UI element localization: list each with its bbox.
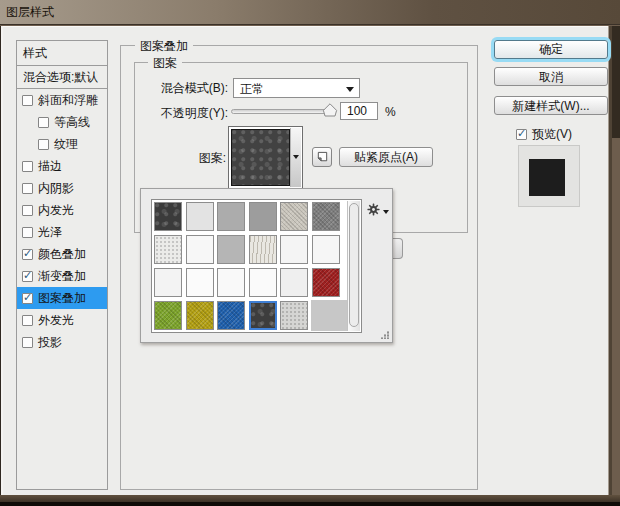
drop-shadow-checkbox[interactable] — [22, 337, 33, 348]
window-left-highlight — [1, 26, 3, 495]
checkmark-icon: ✓ — [517, 127, 526, 140]
window-bottom-edge — [0, 502, 620, 506]
ok-button[interactable]: 确定 — [494, 40, 608, 59]
popup-scrollbar-thumb[interactable] — [349, 203, 359, 327]
sidebar-item-outer-glow[interactable]: 外发光 — [17, 309, 107, 331]
inner-glow-checkbox[interactable] — [22, 205, 33, 216]
texture-checkbox[interactable] — [38, 139, 49, 150]
pattern-swatch[interactable] — [154, 235, 182, 264]
color-overlay-checkbox[interactable]: ✓ — [22, 249, 33, 260]
snap-to-origin-button[interactable]: 贴紧原点(A) — [339, 147, 433, 167]
pattern-swatch-selected[interactable] — [249, 301, 277, 330]
contour-checkbox[interactable] — [38, 117, 49, 128]
sidebar-item-satin[interactable]: 光泽 — [17, 221, 107, 243]
pattern-picker-arrow[interactable] — [290, 128, 301, 187]
titlebar[interactable]: 图层样式 — [0, 0, 620, 25]
pattern-swatch[interactable] — [217, 202, 245, 231]
gear-icon — [367, 203, 380, 216]
sidebar-item-drop-shadow[interactable]: 投影 — [17, 331, 107, 353]
pattern-swatch[interactable] — [217, 235, 245, 264]
sidebar-item-label: 样式 — [23, 45, 47, 62]
checkmark-icon: ✓ — [23, 247, 32, 260]
inner-shadow-checkbox[interactable] — [22, 183, 33, 194]
sidebar-item-inner-shadow[interactable]: 内阴影 — [17, 177, 107, 199]
pattern-swatch[interactable] — [217, 268, 245, 297]
pattern-preview-well[interactable] — [228, 126, 303, 189]
checkmark-icon: ✓ — [23, 269, 32, 282]
satin-checkbox[interactable] — [22, 227, 33, 238]
bevel-emboss-checkbox[interactable] — [22, 95, 33, 106]
sidebar-item-texture[interactable]: 纹理 — [17, 133, 107, 155]
sidebar-item-label: 斜面和浮雕 — [38, 92, 98, 109]
pattern-swatch[interactable] — [154, 202, 182, 231]
sidebar-item-contour[interactable]: 等高线 — [17, 111, 107, 133]
opacity-label: 不透明度(Y): — [120, 103, 228, 123]
sidebar-item-label: 外发光 — [38, 312, 74, 329]
pattern-swatch[interactable] — [154, 268, 182, 297]
new-preset-icon — [316, 151, 329, 164]
pattern-swatch[interactable] — [186, 301, 214, 330]
current-pattern-thumbnail[interactable] — [231, 129, 290, 186]
opacity-unit: % — [385, 105, 396, 119]
preview-label: 预览(V) — [532, 126, 572, 143]
window-bottom-frame — [0, 495, 620, 502]
pattern-swatch[interactable] — [280, 268, 308, 297]
gradient-overlay-checkbox[interactable]: ✓ — [22, 271, 33, 282]
pattern-swatch[interactable] — [186, 235, 214, 264]
new-preset-button[interactable] — [312, 147, 332, 167]
pattern-swatch[interactable] — [312, 268, 340, 297]
sidebar-item-label: 光泽 — [38, 224, 62, 241]
preview-checkbox[interactable]: ✓ — [516, 129, 527, 140]
picker-menu-button[interactable] — [367, 203, 380, 219]
pattern-picker-popup — [140, 188, 393, 343]
pattern-swatch[interactable] — [154, 301, 182, 330]
opacity-slider-thumb[interactable] — [322, 103, 338, 120]
pattern-swatch[interactable] — [280, 301, 308, 330]
checkmark-icon: ✓ — [23, 291, 32, 304]
blend-mode-label: 混合模式(B): — [120, 78, 228, 98]
blend-mode-select[interactable]: 正常 — [233, 78, 360, 98]
popup-scrollbar[interactable] — [347, 201, 360, 331]
sidebar-item-label: 纹理 — [54, 136, 78, 153]
pattern-overlay-checkbox[interactable]: ✓ — [22, 293, 33, 304]
panel-title: 图案叠加 — [135, 38, 193, 55]
pattern-swatch[interactable] — [280, 235, 308, 264]
pattern-swatch[interactable] — [249, 268, 277, 297]
stroke-checkbox[interactable] — [22, 161, 33, 172]
opacity-input[interactable]: 100 — [340, 102, 378, 120]
opacity-slider-track[interactable] — [231, 109, 332, 114]
cancel-button[interactable]: 取消 — [494, 67, 608, 86]
blend-mode-value: 正常 — [240, 81, 264, 98]
pattern-swatch[interactable] — [312, 202, 340, 231]
popup-resize-grip[interactable] — [381, 331, 389, 339]
pattern-swatch[interactable] — [217, 301, 245, 330]
new-style-button[interactable]: 新建样式(W)... — [494, 96, 608, 115]
outer-glow-checkbox[interactable] — [22, 315, 33, 326]
background-strip-dark — [612, 26, 620, 138]
pattern-swatch[interactable] — [312, 235, 340, 264]
pattern-swatch[interactable] — [249, 202, 277, 231]
sidebar-item-inner-glow[interactable]: 内发光 — [17, 199, 107, 221]
chevron-down-icon — [293, 155, 299, 159]
layer-style-dialog: 图层样式 样式混合选项:默认斜面和浮雕等高线纹理描边内阴影内发光光泽✓颜色叠加✓… — [0, 0, 620, 506]
styles-list: 样式混合选项:默认斜面和浮雕等高线纹理描边内阴影内发光光泽✓颜色叠加✓渐变叠加✓… — [16, 40, 108, 490]
pattern-swatch[interactable] — [186, 268, 214, 297]
pattern-swatch[interactable] — [186, 202, 214, 231]
sidebar-item-color-overlay[interactable]: ✓颜色叠加 — [17, 243, 107, 265]
sidebar-item-label: 内阴影 — [38, 180, 74, 197]
sidebar-item-label: 描边 — [38, 158, 62, 175]
style-preview-box — [518, 145, 580, 207]
sidebar-item-bevel-emboss[interactable]: 斜面和浮雕 — [17, 89, 107, 111]
sidebar-item-label: 渐变叠加 — [38, 268, 86, 285]
sidebar-item-blending-options[interactable]: 混合选项:默认 — [17, 66, 107, 89]
sidebar-item-stroke[interactable]: 描边 — [17, 155, 107, 177]
sidebar-item-pattern-overlay[interactable]: ✓图案叠加 — [17, 287, 107, 309]
empty-swatch-slot — [311, 300, 347, 331]
sidebar-item-styles[interactable]: 样式 — [17, 41, 107, 66]
pattern-swatch[interactable] — [249, 235, 277, 264]
sidebar-item-gradient-overlay[interactable]: ✓渐变叠加 — [17, 265, 107, 287]
pattern-swatch[interactable] — [280, 202, 308, 231]
sidebar-item-label: 内发光 — [38, 202, 74, 219]
pattern-label: 图案: — [120, 148, 226, 168]
preview-toggle: ✓ 预览(V) — [516, 126, 572, 143]
